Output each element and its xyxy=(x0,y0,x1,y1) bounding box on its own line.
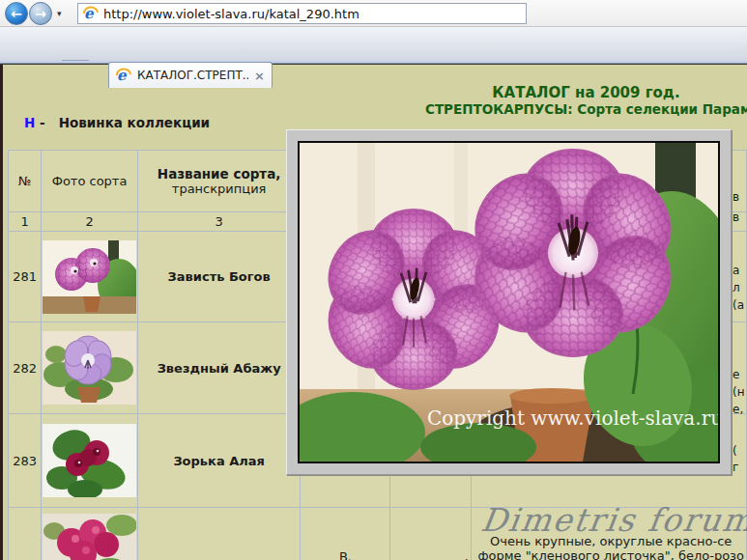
variety-name: Калина Красная xyxy=(137,508,301,560)
clipped-text-fragment: л xyxy=(733,281,740,294)
ie-favicon-icon: e xyxy=(83,6,99,21)
row-num: 281 xyxy=(9,232,42,322)
clipped-text-fragment: е xyxy=(733,368,739,381)
window-left-edge xyxy=(0,65,3,560)
tab-bar: ★ ★ + ▾ e КАТАЛОГ.СТРЕПТ... × e КАТАЛОГ.… xyxy=(0,27,747,61)
clipped-text-fragment: (н xyxy=(733,385,745,399)
row-photo-cell xyxy=(42,232,138,322)
header-name-bold: Название сорта, xyxy=(138,166,301,182)
variety-photo-281[interactable] xyxy=(43,240,136,314)
header-name-sub: транскрипция xyxy=(138,182,301,196)
tab-catalog-1[interactable]: e КАТАЛОГ.СТРЕПТ... × xyxy=(108,62,273,88)
novelty-legend: Н - Новинка коллекции xyxy=(24,115,210,130)
row-photo-cell xyxy=(42,414,138,508)
url-text: http://www.violet-slava.ru/katal_290.htm xyxy=(103,7,359,21)
photo-frame: Copyright www.violet-slava.ru xyxy=(298,141,720,463)
flower-photo: Copyright www.violet-slava.ru xyxy=(300,143,718,462)
photo-popup[interactable]: Copyright www.violet-slava.ru xyxy=(286,129,732,475)
clipped-text-fragment: в xyxy=(733,190,739,204)
tab-label: КАТАЛОГ.СТРЕПТ... xyxy=(137,69,248,82)
row-num: 284 xyxy=(9,508,42,560)
colnum-3: 3 xyxy=(137,212,301,232)
description-line: форме "кленового листочка", бело-розо xyxy=(477,548,744,560)
page-content: КАТАЛОГ на 2009 год. СТРЕПТОКАРПУСЫ: Сор… xyxy=(0,65,747,560)
table-row: 284 Калина Красная В. Парамонов Arrow-wo xyxy=(9,508,747,560)
clipped-text-fragment: ( xyxy=(733,444,737,458)
clipped-text-fragment: е, xyxy=(733,403,743,416)
description-cell: Очень крупные, округлые красно-се форме … xyxy=(472,508,747,560)
header-photo: Фото сорта xyxy=(42,151,138,212)
colnum-2: 2 xyxy=(42,212,138,232)
legend-separator: - xyxy=(40,115,45,130)
variety-name: Звездный Абажу xyxy=(137,322,301,414)
clipped-text-fragment: а xyxy=(733,264,739,277)
novelty-symbol: Н xyxy=(24,115,35,130)
variety-photo-283[interactable] xyxy=(43,424,136,497)
page-title: КАТАЛОГ на 2009 год. xyxy=(425,84,747,101)
tab-close-icon[interactable]: × xyxy=(254,69,265,83)
clipped-text-fragment: в xyxy=(733,210,739,224)
ie-tab-icon: e xyxy=(116,68,131,83)
clipped-text-fragment: (а xyxy=(733,298,744,312)
clipped-text-fragment: г xyxy=(733,461,738,474)
row-num: 282 xyxy=(9,322,42,414)
row-photo-cell xyxy=(42,322,138,414)
forward-button[interactable]: → xyxy=(29,2,52,25)
variety-photo-282[interactable] xyxy=(43,331,136,405)
header-name: Название сорта, транскрипция xyxy=(137,151,301,212)
variety-name: Зависть Богов xyxy=(137,232,301,322)
address-bar-row: ← → ▾ e xyxy=(0,0,747,27)
history-dropdown-icon[interactable]: ▾ xyxy=(57,9,62,18)
description-line: Очень крупные, округлые красно-се xyxy=(477,534,744,548)
page-subtitle: СТРЕПТОКАРПУСЫ: Сорта селекции Парамон xyxy=(425,101,747,117)
row-photo-cell xyxy=(42,508,138,560)
copyright-watermark: Copyright www.violet-slava.ru xyxy=(427,406,718,430)
row-num: 283 xyxy=(9,414,42,508)
variety-name: Зорька Алая xyxy=(137,414,301,508)
transcription-cell: Arrow-wood xyxy=(390,508,472,560)
breeder-cell: В. Парамонов xyxy=(301,508,390,560)
url-field[interactable]: e http://www.violet-slava.ru/katal_290.h… xyxy=(77,3,527,24)
variety-photo-284[interactable] xyxy=(43,514,136,560)
back-button[interactable]: ← xyxy=(5,2,28,25)
header-num: № xyxy=(9,151,42,212)
colnum-1: 1 xyxy=(9,212,42,232)
legend-text: Новинка коллекции xyxy=(59,115,210,130)
